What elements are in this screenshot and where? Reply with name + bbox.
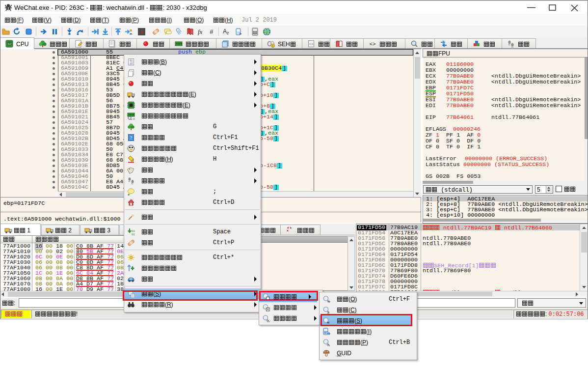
svg-text:32: 32 <box>7 42 11 46</box>
svg-text:#: # <box>210 28 214 36</box>
svg-text:<>: <> <box>369 41 375 47</box>
svg-text:01: 01 <box>132 229 135 233</box>
svg-text:10: 10 <box>130 62 133 65</box>
svg-text:S: S <box>140 28 143 35</box>
svg-text:#: # <box>327 311 330 314</box>
svg-text:A: A <box>223 28 227 35</box>
svg-text:!: ! <box>272 44 273 48</box>
svg-text:@: @ <box>133 117 135 120</box>
svg-text:z: z <box>227 30 229 35</box>
svg-text:01: 01 <box>132 233 135 236</box>
svg-text:fx: fx <box>198 28 203 35</box>
svg-text:?: ? <box>130 135 133 141</box>
svg-text:<>: <> <box>309 42 314 46</box>
